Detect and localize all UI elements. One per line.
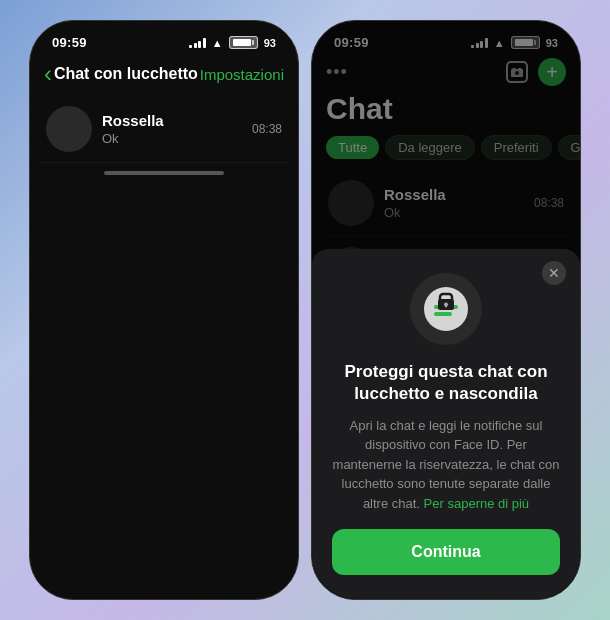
home-indicator-left bbox=[30, 163, 298, 183]
svg-rect-3 bbox=[434, 312, 452, 316]
modal-description: Apri la chat e leggi le notifiche sul di… bbox=[332, 416, 560, 514]
wifi-icon: ▲ bbox=[212, 37, 223, 49]
locked-chat-list: Rossella Ok 08:38 bbox=[30, 96, 298, 163]
modal-overlay: ✕ bbox=[312, 21, 580, 599]
chat-preview-rossella: Ok bbox=[102, 131, 252, 146]
left-status-bar: 09:59 ▲ 93 bbox=[30, 21, 298, 54]
nav-title: Chat con lucchetto bbox=[54, 65, 198, 83]
signal-icon bbox=[189, 37, 206, 48]
modal-icon-container bbox=[332, 273, 560, 345]
left-time: 09:59 bbox=[52, 35, 87, 50]
modal-sheet: ✕ bbox=[312, 249, 580, 599]
avatar-rossella bbox=[46, 106, 92, 152]
right-phone: 09:59 ▲ 93 ••• bbox=[311, 20, 581, 600]
modal-title: Proteggi questa chat con lucchetto e nas… bbox=[332, 361, 560, 405]
svg-rect-7 bbox=[445, 305, 447, 308]
left-nav-bar: ‹ Chat con lucchetto Impostazioni bbox=[30, 54, 298, 96]
left-status-icons: ▲ 93 bbox=[189, 36, 276, 49]
lock-icon-circle bbox=[410, 273, 482, 345]
back-button[interactable]: ‹ bbox=[44, 60, 52, 88]
modal-close-button[interactable]: ✕ bbox=[542, 261, 566, 285]
learn-more-link[interactable]: Per saperne di più bbox=[424, 496, 530, 511]
settings-link[interactable]: Impostazioni bbox=[200, 66, 284, 83]
chat-item-rossella[interactable]: Rossella Ok 08:38 bbox=[40, 96, 288, 163]
continue-button[interactable]: Continua bbox=[332, 529, 560, 575]
battery-icon bbox=[229, 36, 258, 49]
chat-time-rossella: 08:38 bbox=[252, 122, 282, 136]
chat-name-rossella: Rossella bbox=[102, 112, 252, 129]
battery-label: 93 bbox=[264, 37, 276, 49]
chat-info-rossella: Rossella Ok bbox=[102, 112, 252, 146]
left-phone: 09:59 ▲ 93 ‹ Chat con lucchetto Im bbox=[29, 20, 299, 600]
